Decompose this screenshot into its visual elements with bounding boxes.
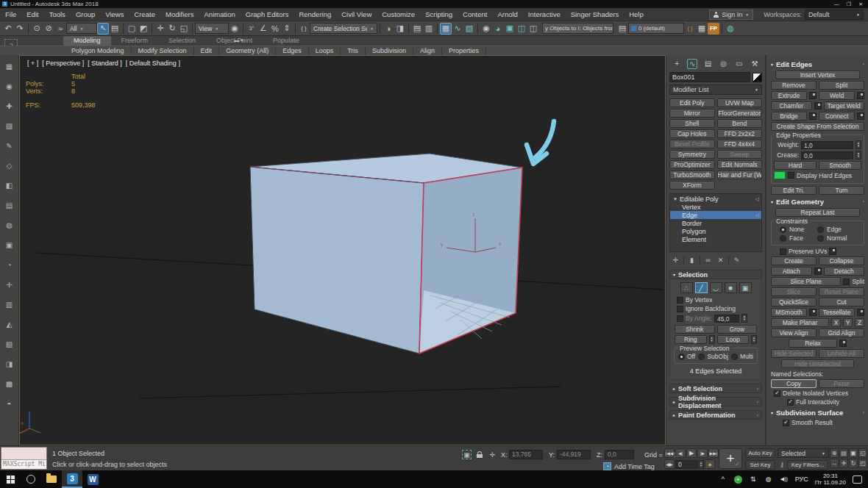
- make-unique-icon[interactable]: ∞: [703, 256, 713, 265]
- cut-button[interactable]: Cut: [819, 298, 864, 306]
- weld-button[interactable]: Weld: [819, 91, 855, 100]
- preserve-uvs-checkbox[interactable]: [780, 248, 786, 255]
- key-filters-button[interactable]: Key Filters...: [787, 460, 828, 470]
- pan-icon[interactable]: ✛: [839, 459, 848, 468]
- viewport-shading-menu[interactable]: [ Default Shading ]: [126, 60, 180, 67]
- previous-frame-button[interactable]: ◀|: [675, 448, 686, 458]
- listener-input[interactable]: MAXScript Mi: [1, 460, 46, 469]
- dock-icon-11[interactable]: ◔: [4, 259, 15, 270]
- split-checkbox[interactable]: [843, 279, 850, 285]
- bridge-settings-icon[interactable]: [809, 112, 817, 120]
- layer-list-icon[interactable]: ▤: [616, 23, 628, 35]
- ignore-backfacing-checkbox[interactable]: [677, 306, 683, 312]
- usb-tray-icon[interactable]: ⇅: [749, 476, 758, 483]
- y-coordinate-field[interactable]: -44,919: [557, 450, 591, 459]
- unhide-all-button[interactable]: Unhide All: [819, 349, 864, 358]
- hierarchy-tab-icon[interactable]: ▤: [702, 59, 713, 69]
- quickslice-button[interactable]: QuickSlice: [771, 298, 817, 306]
- smooth-button[interactable]: Smooth: [819, 161, 861, 170]
- stack-polygon[interactable]: Polygon: [670, 227, 761, 235]
- action-center-icon[interactable]: [853, 476, 862, 484]
- menu-help[interactable]: Help: [624, 8, 649, 21]
- angle-snap-icon[interactable]: ∠: [257, 23, 269, 35]
- panel-align[interactable]: Align: [413, 46, 442, 55]
- relax-settings-icon[interactable]: [839, 340, 847, 347]
- menu-arnold[interactable]: Arnold: [492, 8, 522, 21]
- grow-button[interactable]: Grow: [717, 325, 758, 334]
- edit-named-sets-icon[interactable]: { }: [298, 23, 310, 35]
- field-of-view-icon[interactable]: ↔: [830, 459, 839, 468]
- dock-icon-1[interactable]: ▦: [4, 61, 15, 72]
- subdivision-surface-header[interactable]: ▾ Subdivision Surface ▪: [771, 408, 864, 417]
- select-link-icon[interactable]: ⊙: [31, 23, 43, 35]
- view-align-button[interactable]: View Align: [771, 329, 817, 337]
- chamfer-settings-icon[interactable]: [814, 102, 822, 110]
- ribbon-tab-populate[interactable]: Populate: [263, 36, 310, 46]
- smooth-result-checkbox[interactable]: [783, 420, 789, 426]
- render-production-icon[interactable]: ◍: [725, 23, 736, 35]
- extrude-settings-icon[interactable]: [809, 92, 817, 99]
- turn-button[interactable]: Turn: [819, 186, 864, 195]
- panel-modify-selection[interactable]: Modify Selection: [132, 46, 194, 55]
- modify-tab-icon[interactable]: ∿: [687, 59, 697, 69]
- use-pivot-icon[interactable]: ◉: [229, 23, 241, 35]
- modifier-sweep[interactable]: Sweep: [717, 150, 763, 159]
- collapse-button[interactable]: Collapse: [819, 256, 864, 265]
- volume-tray-icon[interactable]: ◀)): [780, 476, 789, 482]
- listener-output[interactable]: [1, 448, 46, 460]
- render-grid-icon[interactable]: ◫: [527, 23, 539, 35]
- layer-manager-icon[interactable]: ▤: [411, 23, 423, 35]
- parameter-wiring-icon[interactable]: { }: [684, 23, 696, 35]
- modifier-uvw-map[interactable]: UVW Map: [717, 98, 763, 107]
- constraint-face-radio[interactable]: [780, 235, 786, 242]
- by-angle-field[interactable]: 45,0: [714, 315, 739, 323]
- selection-lock-icon[interactable]: [475, 450, 485, 459]
- modifier-bevel-profile[interactable]: Bevel Profile: [669, 140, 715, 148]
- modifier-edit-normals[interactable]: Edit Normals: [717, 160, 763, 169]
- menu-group[interactable]: Group: [71, 8, 100, 21]
- isolate-toggle-field[interactable]: y Objects to I: Objects fron: [542, 23, 613, 34]
- panel-subdivision[interactable]: Subdivision: [366, 46, 413, 55]
- repeat-last-button[interactable]: Repeat Last: [775, 208, 860, 217]
- constraint-none-radio[interactable]: [780, 226, 786, 233]
- preserve-uvs-settings-icon[interactable]: [829, 248, 836, 255]
- bridge-button[interactable]: Bridge: [771, 112, 807, 121]
- dock-icon-10[interactable]: ▣: [4, 240, 15, 251]
- full-interactivity-checkbox[interactable]: [787, 399, 794, 406]
- modifier-turbosmooth[interactable]: TurboSmooth: [669, 171, 715, 179]
- modifier-prooptimizer[interactable]: ProOptimizer: [669, 160, 715, 169]
- unlink-icon[interactable]: ⊘: [43, 23, 54, 35]
- schematic-view-icon[interactable]: ▧: [463, 23, 475, 35]
- zoom-all-icon[interactable]: ▤: [839, 448, 848, 458]
- panel-polygon-modeling[interactable]: Polygon Modeling: [65, 46, 132, 55]
- weld-settings-icon[interactable]: [857, 92, 864, 99]
- dock-icon-13[interactable]: ▥: [4, 299, 15, 310]
- panel-edges[interactable]: Edges: [276, 46, 309, 55]
- active-layer-field[interactable]: 0 (default): [628, 23, 684, 34]
- modifier-bend[interactable]: Bend: [717, 119, 763, 128]
- subdivision-displacement-rollout[interactable]: ▸ Subdivision Displacement ▪: [669, 397, 762, 406]
- reference-coordinate-dropdown[interactable]: View ▼: [195, 23, 229, 34]
- clock[interactable]: 20:31 Пт 11.09.20: [815, 473, 846, 486]
- menu-file[interactable]: File: [0, 8, 21, 21]
- display-hard-edges-checkbox[interactable]: [788, 172, 794, 179]
- menu-civil-view[interactable]: Civil View: [336, 8, 377, 21]
- menu-singer-shaders[interactable]: Singer Shaders: [566, 8, 624, 21]
- menu-animation[interactable]: Animation: [199, 8, 241, 21]
- target-weld-button[interactable]: Target Weld: [824, 101, 865, 110]
- viewport-style-menu[interactable]: [ Standard ]: [88, 60, 122, 67]
- network-tray-icon[interactable]: ◍: [764, 476, 773, 483]
- add-time-tag[interactable]: ◔ Add Time Tag: [603, 462, 655, 470]
- crease-field[interactable]: 0,0: [801, 151, 853, 159]
- minimize-button[interactable]: —: [834, 1, 839, 7]
- hidden-icons-chevron[interactable]: ^: [719, 476, 728, 483]
- crease-spinner[interactable]: ▲▼: [855, 151, 861, 159]
- modifier-ffd-4x4x4[interactable]: FFD 4x4x4: [717, 140, 763, 148]
- msmooth-settings-icon[interactable]: [809, 309, 817, 316]
- create-tab-icon[interactable]: +: [672, 59, 682, 69]
- box-front-face[interactable]: [250, 167, 424, 354]
- modifier-edit-poly[interactable]: Edit Poly: [669, 98, 715, 107]
- select-rotate-icon[interactable]: ↻: [166, 23, 178, 35]
- loop-spinner[interactable]: ▲▼: [751, 335, 757, 344]
- modifier-mirror[interactable]: Mirror: [669, 109, 715, 118]
